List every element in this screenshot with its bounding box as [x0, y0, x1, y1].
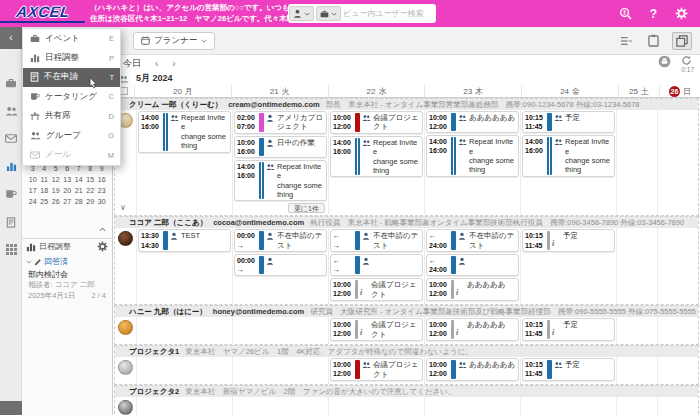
event-card[interactable]: 00:00→不在申請のテスト [234, 229, 327, 252]
calendar-cell[interactable]: 10:1511:45i予定 [520, 228, 616, 304]
day-header-sun-today[interactable]: 26日 [659, 85, 700, 97]
calendar-cell[interactable]: 10:1511:45予定 [520, 357, 616, 384]
mini-calendar-day[interactable]: 6 [62, 165, 74, 176]
calendar-cell[interactable]: 10:0012:00ああああああ14:0016:00Repeat Invitee… [424, 110, 520, 215]
today-button[interactable]: 今日 [123, 57, 141, 70]
mini-calendar-day[interactable]: 5 [50, 165, 62, 176]
prev-week-icon[interactable]: ‹ [155, 58, 158, 69]
menu-item-mail[interactable]: メールM [23, 145, 120, 164]
person-header-band[interactable]: クリーム 一郎（くりーむ）cream@ontimedemo.com部長 東京本社… [115, 98, 698, 110]
bar-chart-icon[interactable] [0, 156, 22, 176]
event-card[interactable]: ←24:00 [426, 254, 519, 276]
open-new-window-icon[interactable] [672, 32, 692, 50]
day-header-sat[interactable]: 25土 [618, 85, 659, 97]
mini-calendar-day[interactable]: 13 [62, 176, 74, 187]
cup-icon[interactable] [0, 184, 22, 204]
day-header-fri[interactable]: 24金 [521, 85, 618, 97]
day-header-thu[interactable]: 23木 [424, 85, 521, 97]
calendar-cell[interactable] [424, 397, 520, 415]
mini-calendar-day[interactable]: 19 [50, 187, 62, 198]
people-icon[interactable] [0, 101, 22, 121]
mini-calendar-day[interactable]: 22 [85, 187, 97, 198]
mini-calendar-day[interactable]: 21 [73, 187, 85, 198]
answered-link[interactable]: 回答済 [44, 256, 68, 267]
refresh-button[interactable]: 0:17 [681, 55, 694, 73]
mini-calendar-day[interactable]: 11 [39, 176, 51, 187]
calendar-cell[interactable] [232, 317, 328, 344]
briefcase-icon[interactable] [0, 73, 22, 93]
calendar-cell[interactable]: 10:0012:00会議プロジェクト14:0016:00Repeat Invit… [328, 110, 424, 215]
calendar-cell[interactable] [657, 397, 698, 415]
avatar[interactable] [118, 320, 133, 335]
calendar-cell[interactable] [520, 397, 616, 415]
expand-row-chevron-icon[interactable]: ∨ [120, 203, 126, 212]
view-user-search-input[interactable] [343, 6, 435, 21]
schedule-settings-gear-icon[interactable] [97, 241, 108, 252]
event-card[interactable]: 10:0016:00日中の作業 [234, 136, 327, 158]
avatar[interactable] [118, 360, 133, 375]
event-card[interactable]: ←→不在申請のテスト [330, 229, 423, 252]
event-card[interactable]: 10:1511:45i予定 [522, 229, 615, 252]
event-card[interactable]: 13:3014:30TEST [138, 229, 231, 251]
calendar-cell[interactable] [657, 228, 698, 304]
event-card[interactable]: 10:0012:00ああああああ [426, 358, 519, 380]
mini-calendar-day[interactable]: 14 [73, 176, 85, 187]
calendar-cell[interactable]: 10:0012:00会議プロジェクト [328, 357, 424, 384]
event-card[interactable]: 10:1511:45予定 [522, 358, 615, 380]
menu-item-events[interactable]: イベントE [23, 29, 120, 48]
mini-calendar-day[interactable]: 17 [27, 187, 39, 198]
collapse-mini-calendar-icon[interactable] [99, 227, 106, 232]
mini-calendar-day[interactable]: 28 [73, 198, 85, 209]
calendar-cell[interactable] [616, 357, 657, 384]
event-card[interactable]: 10:1511:45i予定 [522, 318, 615, 341]
calendar-cell[interactable]: 10:1511:45予定14:0016:00Repeat Inviteechan… [520, 110, 616, 215]
mini-calendar-day[interactable]: 12 [50, 176, 62, 187]
day-header-mon[interactable]: 20月 [134, 85, 231, 97]
event-card[interactable]: ←24:00不在申請のテスト [426, 229, 519, 252]
clipboard-icon[interactable] [645, 32, 662, 49]
calendar-cell[interactable] [616, 228, 657, 304]
rail-bottom-toggle[interactable] [0, 401, 22, 415]
view-options-icon[interactable] [617, 34, 635, 48]
event-card[interactable]: 14:0016:00Repeat Inviteechange something [138, 111, 231, 153]
event-card[interactable]: 10:0012:00iあああああ [426, 278, 519, 301]
calendar-cell[interactable] [136, 317, 232, 344]
calendar-cell[interactable] [616, 110, 657, 215]
calendar-cell[interactable]: ←→不在申請のテスト←→10:0012:00i会議プロジェクト [328, 228, 424, 304]
mini-calendar-day[interactable]: 24 [27, 198, 39, 209]
mini-calendar-day[interactable]: 7 [73, 165, 85, 176]
mini-calendar-day[interactable]: 4 [39, 165, 51, 176]
planner-view-selector[interactable]: プランナー [133, 32, 215, 50]
calendar-cell[interactable] [616, 317, 657, 344]
calendar-cell[interactable] [657, 110, 698, 215]
calendar-cell[interactable] [232, 397, 328, 415]
event-card[interactable]: 10:0012:00会議プロジェクト [330, 358, 423, 381]
mini-calendar-day[interactable]: 27 [62, 198, 74, 209]
calendar-cell[interactable] [136, 357, 232, 384]
print-icon[interactable] [658, 55, 671, 68]
menu-item-catering[interactable]: ケータリングC [23, 87, 120, 106]
mail-icon[interactable] [0, 128, 22, 148]
settings-gear-icon[interactable] [675, 7, 688, 20]
menu-item-shared-desk[interactable]: 共有席D [23, 107, 120, 126]
answered-filter[interactable]: 回答済 [26, 256, 68, 267]
event-card[interactable]: 10:0012:00ああああああ [426, 111, 519, 133]
calendar-cell[interactable]: 10:1511:45i予定 [520, 317, 616, 344]
grid-icon[interactable] [0, 239, 22, 259]
user-search-icon[interactable] [619, 7, 632, 20]
mini-calendar-day[interactable]: 29 [85, 198, 97, 209]
event-card[interactable]: 10:1511:45予定 [522, 111, 615, 133]
mini-calendar-day[interactable]: 26 [50, 198, 62, 209]
mini-calendar-day[interactable]: 3 [27, 165, 39, 176]
calendar-cell[interactable] [657, 317, 698, 344]
person-header-band[interactable]: ココア 二郎（ここあ）cocoa@ontimedemo.com執行役員 東京本社… [115, 216, 698, 228]
more-events-chip[interactable]: 更に1件 [288, 203, 325, 213]
calendar-cell[interactable] [328, 397, 424, 415]
calendar-cell[interactable]: 10:0012:00i会議プロジェクト [328, 317, 424, 344]
next-week-icon[interactable]: › [172, 58, 175, 69]
person-header-band[interactable]: プロジェクタ2東京本社 新宿ヤマノビル 2階 ファンの音が大きいので注意してくだ… [115, 385, 698, 397]
mini-calendar-day[interactable]: 15 [85, 176, 97, 187]
event-card[interactable]: 14:0016:00Repeat Inviteechange something [426, 135, 519, 177]
mini-calendar-day[interactable]: 20 [62, 187, 74, 198]
avatar[interactable] [118, 231, 133, 246]
